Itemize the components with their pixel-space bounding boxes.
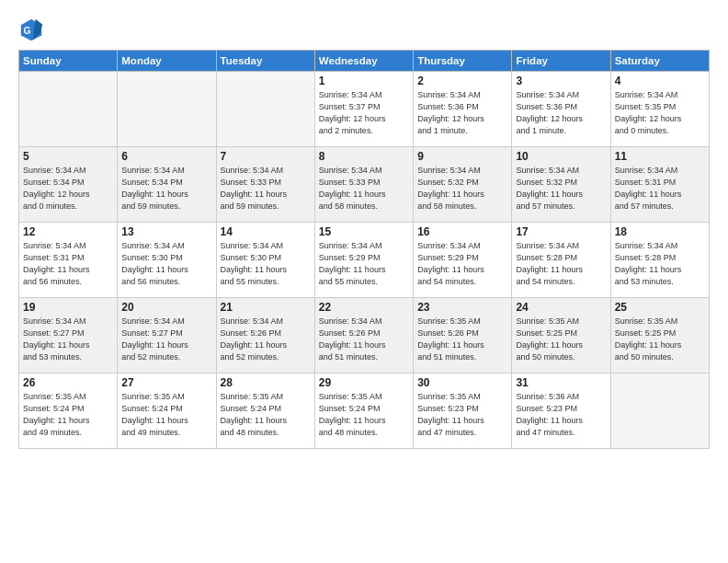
- logo-icon: G: [18, 17, 44, 42]
- calendar-cell: 21Sunrise: 5:34 AM Sunset: 5:26 PM Dayli…: [216, 298, 314, 373]
- calendar-cell: 25Sunrise: 5:35 AM Sunset: 5:25 PM Dayli…: [610, 298, 709, 373]
- cell-info: Sunrise: 5:35 AM Sunset: 5:23 PM Dayligh…: [417, 391, 507, 439]
- cell-info: Sunrise: 5:34 AM Sunset: 5:29 PM Dayligh…: [417, 240, 507, 288]
- day-number: 25: [615, 301, 705, 314]
- day-number: 18: [615, 225, 705, 238]
- calendar-cell: 14Sunrise: 5:34 AM Sunset: 5:30 PM Dayli…: [216, 223, 314, 298]
- cell-info: Sunrise: 5:35 AM Sunset: 5:26 PM Dayligh…: [417, 316, 507, 363]
- cell-info: Sunrise: 5:34 AM Sunset: 5:30 PM Dayligh…: [121, 240, 211, 288]
- cell-info: Sunrise: 5:34 AM Sunset: 5:26 PM Dayligh…: [319, 316, 409, 363]
- cell-info: Sunrise: 5:35 AM Sunset: 5:24 PM Dayligh…: [121, 391, 211, 439]
- cell-info: Sunrise: 5:34 AM Sunset: 5:29 PM Dayligh…: [319, 240, 409, 288]
- cell-info: Sunrise: 5:35 AM Sunset: 5:24 PM Dayligh…: [221, 391, 311, 439]
- day-number: 1: [319, 75, 409, 87]
- calendar-cell: 7Sunrise: 5:34 AM Sunset: 5:33 PM Daylig…: [216, 147, 314, 223]
- calendar-cell: 27Sunrise: 5:35 AM Sunset: 5:24 PM Dayli…: [118, 373, 216, 449]
- day-number: 29: [319, 376, 409, 389]
- page: G SundayMondayTuesdayWednesdayThursdayFr…: [0, 0, 728, 563]
- col-header-friday: Friday: [512, 51, 610, 72]
- calendar-cell: 22Sunrise: 5:34 AM Sunset: 5:26 PM Dayli…: [314, 298, 413, 373]
- cell-info: Sunrise: 5:34 AM Sunset: 5:36 PM Dayligh…: [417, 89, 507, 137]
- calendar-cell: 20Sunrise: 5:34 AM Sunset: 5:27 PM Dayli…: [118, 298, 216, 373]
- calendar-cell: 8Sunrise: 5:34 AM Sunset: 5:33 PM Daylig…: [314, 147, 413, 223]
- day-number: 9: [417, 150, 507, 163]
- calendar-cell: 15Sunrise: 5:34 AM Sunset: 5:29 PM Dayli…: [314, 223, 413, 298]
- day-number: 15: [319, 225, 409, 238]
- day-number: 6: [121, 150, 211, 163]
- calendar-header-row: SundayMondayTuesdayWednesdayThursdayFrid…: [19, 51, 710, 72]
- calendar-cell: 23Sunrise: 5:35 AM Sunset: 5:26 PM Dayli…: [414, 298, 512, 373]
- day-number: 22: [319, 301, 409, 314]
- calendar-cell: 28Sunrise: 5:35 AM Sunset: 5:24 PM Dayli…: [216, 373, 314, 449]
- col-header-thursday: Thursday: [414, 51, 512, 72]
- calendar-week-row: 26Sunrise: 5:35 AM Sunset: 5:24 PM Dayli…: [19, 373, 710, 449]
- day-number: 5: [23, 150, 113, 163]
- cell-info: Sunrise: 5:34 AM Sunset: 5:32 PM Dayligh…: [516, 165, 606, 213]
- calendar-cell: 13Sunrise: 5:34 AM Sunset: 5:30 PM Dayli…: [118, 223, 216, 298]
- day-number: 31: [516, 376, 606, 389]
- cell-info: Sunrise: 5:34 AM Sunset: 5:36 PM Dayligh…: [516, 89, 606, 137]
- cell-info: Sunrise: 5:34 AM Sunset: 5:34 PM Dayligh…: [121, 165, 211, 213]
- day-number: 10: [516, 150, 606, 163]
- day-number: 26: [23, 376, 113, 389]
- day-number: 3: [516, 75, 606, 87]
- day-number: 20: [121, 301, 211, 314]
- col-header-tuesday: Tuesday: [216, 51, 314, 72]
- calendar-cell: 31Sunrise: 5:36 AM Sunset: 5:23 PM Dayli…: [512, 373, 610, 449]
- cell-info: Sunrise: 5:35 AM Sunset: 5:25 PM Dayligh…: [615, 316, 705, 363]
- calendar-cell: 24Sunrise: 5:35 AM Sunset: 5:25 PM Dayli…: [512, 298, 610, 373]
- logo: G: [18, 17, 48, 42]
- calendar-cell: 3Sunrise: 5:34 AM Sunset: 5:36 PM Daylig…: [512, 72, 610, 147]
- day-number: 28: [221, 376, 311, 389]
- calendar-cell: [610, 373, 709, 449]
- calendar-cell: 10Sunrise: 5:34 AM Sunset: 5:32 PM Dayli…: [512, 147, 610, 223]
- col-header-monday: Monday: [118, 51, 216, 72]
- calendar-cell: 17Sunrise: 5:34 AM Sunset: 5:28 PM Dayli…: [512, 223, 610, 298]
- day-number: 7: [221, 150, 311, 163]
- cell-info: Sunrise: 5:34 AM Sunset: 5:33 PM Dayligh…: [319, 165, 409, 213]
- header: G: [18, 17, 710, 42]
- calendar-cell: 4Sunrise: 5:34 AM Sunset: 5:35 PM Daylig…: [610, 72, 709, 147]
- calendar-cell: 16Sunrise: 5:34 AM Sunset: 5:29 PM Dayli…: [414, 223, 512, 298]
- calendar-table: SundayMondayTuesdayWednesdayThursdayFrid…: [18, 50, 710, 449]
- cell-info: Sunrise: 5:34 AM Sunset: 5:28 PM Dayligh…: [516, 240, 606, 288]
- day-number: 11: [615, 150, 705, 163]
- calendar-cell: 30Sunrise: 5:35 AM Sunset: 5:23 PM Dayli…: [414, 373, 512, 449]
- cell-info: Sunrise: 5:34 AM Sunset: 5:27 PM Dayligh…: [121, 316, 211, 363]
- calendar-cell: 26Sunrise: 5:35 AM Sunset: 5:24 PM Dayli…: [19, 373, 118, 449]
- calendar-cell: 19Sunrise: 5:34 AM Sunset: 5:27 PM Dayli…: [19, 298, 118, 373]
- cell-info: Sunrise: 5:35 AM Sunset: 5:25 PM Dayligh…: [516, 316, 606, 363]
- cell-info: Sunrise: 5:35 AM Sunset: 5:24 PM Dayligh…: [23, 391, 113, 439]
- calendar-cell: 1Sunrise: 5:34 AM Sunset: 5:37 PM Daylig…: [314, 72, 413, 147]
- calendar-cell: 29Sunrise: 5:35 AM Sunset: 5:24 PM Dayli…: [314, 373, 413, 449]
- day-number: 16: [417, 225, 507, 238]
- day-number: 4: [615, 75, 705, 87]
- day-number: 12: [23, 225, 113, 238]
- day-number: 23: [417, 301, 507, 314]
- calendar-cell: 5Sunrise: 5:34 AM Sunset: 5:34 PM Daylig…: [19, 147, 118, 223]
- cell-info: Sunrise: 5:34 AM Sunset: 5:37 PM Dayligh…: [319, 89, 409, 137]
- day-number: 24: [516, 301, 606, 314]
- cell-info: Sunrise: 5:34 AM Sunset: 5:31 PM Dayligh…: [23, 240, 113, 288]
- cell-info: Sunrise: 5:34 AM Sunset: 5:28 PM Dayligh…: [615, 240, 705, 288]
- col-header-wednesday: Wednesday: [314, 51, 413, 72]
- cell-info: Sunrise: 5:34 AM Sunset: 5:31 PM Dayligh…: [615, 165, 705, 213]
- day-number: 13: [121, 225, 211, 238]
- calendar-cell: 12Sunrise: 5:34 AM Sunset: 5:31 PM Dayli…: [19, 223, 118, 298]
- calendar-cell: [118, 72, 216, 147]
- cell-info: Sunrise: 5:34 AM Sunset: 5:26 PM Dayligh…: [221, 316, 311, 363]
- calendar-week-row: 19Sunrise: 5:34 AM Sunset: 5:27 PM Dayli…: [19, 298, 710, 373]
- day-number: 21: [221, 301, 311, 314]
- day-number: 17: [516, 225, 606, 238]
- calendar-cell: 11Sunrise: 5:34 AM Sunset: 5:31 PM Dayli…: [610, 147, 709, 223]
- cell-info: Sunrise: 5:36 AM Sunset: 5:23 PM Dayligh…: [516, 391, 606, 439]
- calendar-cell: 9Sunrise: 5:34 AM Sunset: 5:32 PM Daylig…: [414, 147, 512, 223]
- calendar-cell: 6Sunrise: 5:34 AM Sunset: 5:34 PM Daylig…: [118, 147, 216, 223]
- day-number: 30: [417, 376, 507, 389]
- cell-info: Sunrise: 5:35 AM Sunset: 5:24 PM Dayligh…: [319, 391, 409, 439]
- col-header-sunday: Sunday: [19, 51, 118, 72]
- day-number: 8: [319, 150, 409, 163]
- day-number: 14: [221, 225, 311, 238]
- calendar-week-row: 5Sunrise: 5:34 AM Sunset: 5:34 PM Daylig…: [19, 147, 710, 223]
- cell-info: Sunrise: 5:34 AM Sunset: 5:30 PM Dayligh…: [221, 240, 311, 288]
